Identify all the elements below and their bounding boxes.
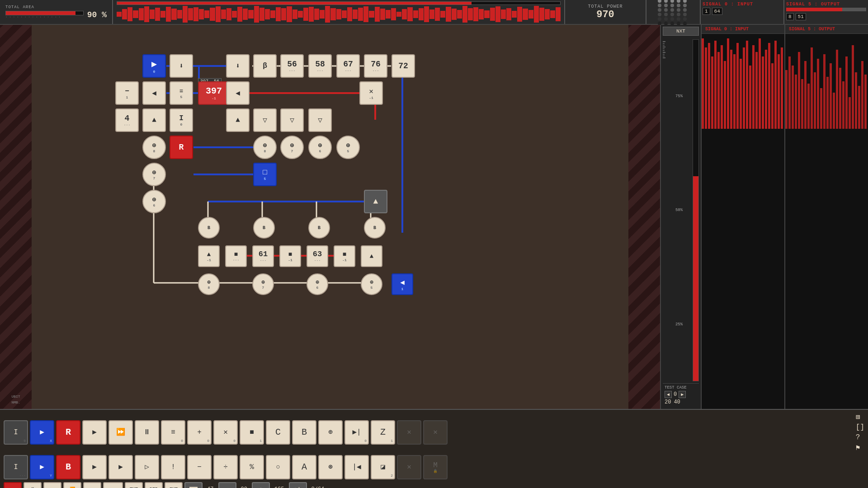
- tool-play-2[interactable]: ▶: [82, 455, 107, 479]
- tool-minus[interactable]: −: [187, 455, 212, 479]
- tool-star-circ[interactable]: ⊛: [318, 455, 343, 479]
- ctrl-pause[interactable]: ⏸: [24, 482, 42, 488]
- comp-square-b1[interactable]: ■ ···: [225, 245, 247, 267]
- comp-tri-up-b1[interactable]: ▲ -1: [198, 245, 220, 267]
- ctrl-fff[interactable]: ▶▶▶: [83, 482, 101, 488]
- comp-arrow-left-2[interactable]: ◀: [226, 81, 250, 105]
- tc-next-button[interactable]: ▶: [679, 391, 686, 398]
- comp-triangle-solid[interactable]: ▲: [364, 190, 387, 213]
- comp-tri-down-1[interactable]: ▽: [253, 108, 277, 132]
- ctrl-ext[interactable]: EXT: [165, 482, 183, 488]
- comp-arrow-left[interactable]: ◀: [142, 81, 166, 105]
- comp-triangle-up[interactable]: ▲: [142, 108, 166, 132]
- comp-plus-7c[interactable]: ⊕ 7: [252, 273, 274, 295]
- comp-beta-b2[interactable]: B: [253, 217, 275, 239]
- comp-67[interactable]: 67 ···: [336, 54, 360, 78]
- comp-plus-8c[interactable]: ⊕ 8: [198, 273, 220, 295]
- comp-plus-7[interactable]: ⊕ 7: [280, 136, 304, 159]
- comp-4[interactable]: 4 ···: [115, 108, 139, 132]
- flag-icon[interactable]: ⚑: [856, 443, 864, 452]
- comp-plus-7b[interactable]: ⊕ 7: [142, 163, 166, 186]
- comp-tri-down-2[interactable]: ▽: [280, 108, 304, 132]
- comp-arrow-down-1[interactable]: ⬇: [170, 54, 193, 78]
- tool-i-dots[interactable]: I ···: [4, 455, 28, 479]
- comp-square-b3[interactable]: ■ -1: [334, 245, 355, 267]
- comp-plus-8b[interactable]: ⊕ 8: [253, 136, 277, 159]
- tool-exclaim[interactable]: !: [161, 455, 185, 479]
- ctrl-txt[interactable]: TXT: [125, 482, 143, 488]
- comp-plus-6c[interactable]: ⊕ 6: [307, 273, 328, 295]
- bracket-sq-icon[interactable]: []: [856, 423, 864, 432]
- comp-arrow-left-blue[interactable]: ◀ 1: [392, 273, 413, 295]
- tool-a[interactable]: A: [292, 455, 316, 479]
- question-icon[interactable]: ?: [856, 433, 864, 441]
- comp-58[interactable]: 58 ···: [308, 54, 332, 78]
- comp-plus-6b[interactable]: ⊕ 6: [142, 190, 166, 213]
- tool-r-red[interactable]: R: [56, 420, 80, 445]
- tool-play-x[interactable]: ▶ X: [30, 420, 54, 445]
- ctrl-output[interactable]: ⊢|: [289, 482, 307, 488]
- comp-76[interactable]: 76 ···: [364, 54, 387, 78]
- tc-prev-button[interactable]: ◀: [665, 391, 672, 398]
- comp-equals[interactable]: ≡ 5: [170, 81, 193, 105]
- tool-pause-1[interactable]: ⏸: [135, 420, 159, 445]
- ctrl-stop[interactable]: ■: [4, 482, 22, 488]
- comp-triangle-up-2[interactable]: ▲: [226, 108, 250, 132]
- tool-plus-circ[interactable]: ⊕: [318, 420, 343, 445]
- comp-beta-b1[interactable]: B: [198, 217, 220, 239]
- comp-bar[interactable]: I 0: [170, 108, 193, 132]
- bracket-icon[interactable]: ⊞: [856, 413, 864, 422]
- tool-b-circ[interactable]: B: [292, 420, 316, 445]
- comp-plus-8[interactable]: ⊕ 8: [142, 136, 166, 159]
- tool-bar-play[interactable]: |◀: [344, 455, 369, 479]
- comp-x-mark[interactable]: ✕ -1: [359, 81, 383, 105]
- ctrl-bars[interactable]: ███: [184, 482, 203, 488]
- ctrl-splice[interactable]: ⊣⊢: [252, 482, 270, 488]
- comp-minus[interactable]: − 1: [115, 81, 139, 105]
- tool-percent[interactable]: %: [240, 455, 264, 479]
- comp-397[interactable]: 397 -1: [198, 81, 230, 105]
- tool-plus-0[interactable]: + 0: [187, 420, 212, 445]
- ctrl-ff[interactable]: ⏩: [63, 482, 81, 488]
- comp-plus-5c[interactable]: ⊕ 5: [361, 273, 382, 295]
- tool-slash-2[interactable]: ◪ 2: [371, 455, 395, 479]
- tool-circle[interactable]: ○: [266, 455, 290, 479]
- comp-beta-b3[interactable]: B: [308, 217, 330, 239]
- comp-r[interactable]: R: [170, 136, 193, 159]
- tool-divide[interactable]: ÷: [213, 455, 238, 479]
- comp-56[interactable]: 56 ···: [280, 54, 304, 78]
- comp-tri-up-b2[interactable]: ▲: [361, 245, 382, 267]
- comp-72[interactable]: 72: [392, 54, 415, 78]
- tool-x-0[interactable]: ✕ 0: [213, 420, 238, 445]
- tool-c[interactable]: C: [266, 420, 290, 445]
- nxt-button[interactable]: NXT: [663, 27, 699, 36]
- tool-ff-1[interactable]: ⏩: [108, 420, 133, 445]
- comp-beta-b4[interactable]: B: [364, 217, 386, 239]
- ctrl-check[interactable]: ⊞: [218, 482, 236, 488]
- tool-play-bar-0[interactable]: ▶| 0: [344, 420, 369, 445]
- comp-square-b2[interactable]: ■ -1: [279, 245, 301, 267]
- comp-tri-down-3[interactable]: ▽: [308, 108, 332, 132]
- tool-play-y[interactable]: ▶ Y: [30, 455, 54, 479]
- tool-play-3[interactable]: ▶: [108, 455, 133, 479]
- ctrl-play[interactable]: ▶: [43, 482, 61, 488]
- comp-plus-5[interactable]: ⊕ 5: [336, 136, 360, 159]
- tool-square-1[interactable]: ■ 1: [240, 420, 264, 445]
- tool-play-outline[interactable]: ▷: [135, 455, 159, 479]
- grid-main[interactable]: ▶ 0 ⬇ ⬇ β 56 ··· 58 ··· 67 ···: [32, 25, 660, 409]
- tool-i-dark[interactable]: I 0: [4, 420, 28, 445]
- tool-b-red[interactable]: B: [56, 455, 80, 479]
- comp-play[interactable]: ▶ 0: [142, 54, 166, 78]
- comp-square-5[interactable]: □ 5: [253, 163, 277, 186]
- comp-beta[interactable]: β: [253, 54, 277, 78]
- ctrl-ffff[interactable]: ▶▶▶▶: [103, 482, 123, 488]
- tool-play-1[interactable]: ▶: [82, 420, 107, 445]
- comp-plus-6[interactable]: ⊕ 6: [308, 136, 332, 159]
- comp-61[interactable]: 61 ···: [252, 245, 274, 267]
- nmb-label: NMB.: [11, 400, 20, 404]
- comp-63[interactable]: 63 ···: [307, 245, 328, 267]
- tool-z-1[interactable]: Z 1: [371, 420, 395, 445]
- tool-equals-0[interactable]: ≡ 0: [161, 420, 185, 445]
- comp-arrow-down-2[interactable]: ⬇: [226, 54, 250, 78]
- ctrl-deb[interactable]: DEB: [145, 482, 163, 488]
